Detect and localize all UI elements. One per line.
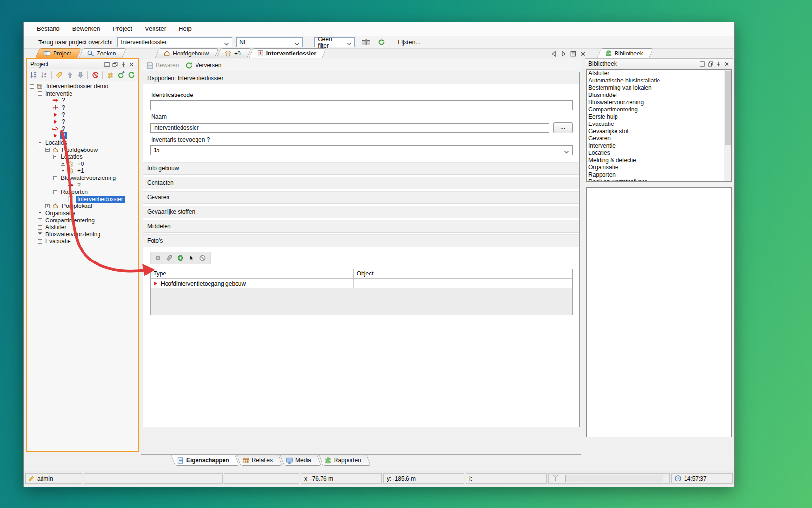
tree-item-item[interactable]: ? [29, 111, 138, 118]
tree-item-organisatie[interactable]: Organisatie [29, 210, 138, 217]
expand-toggle[interactable] [38, 239, 42, 244]
collapse-toggle[interactable] [45, 148, 50, 152]
close-icon[interactable] [127, 61, 136, 68]
tree-item-item[interactable]: ? [29, 181, 138, 189]
tree-item-rapporten[interactable]: Rapporten [29, 189, 138, 196]
browse-button[interactable]: ... [553, 122, 573, 133]
language-combobox[interactable]: NL [236, 37, 303, 47]
move-up-button[interactable] [65, 70, 74, 79]
library-item-interventie[interactable]: Interventie [587, 142, 731, 150]
tab-hoofdgebouw[interactable]: Hoofdgebouw [155, 48, 215, 58]
tree-item-item[interactable]: ? [29, 125, 138, 133]
filter-icon[interactable] [362, 39, 371, 46]
menu-item-help[interactable]: Help [172, 22, 198, 36]
tab-media[interactable]: Media [280, 455, 317, 466]
library-item-evacuatie[interactable]: Evacuatie [587, 121, 731, 128]
tree-item-item[interactable]: ? [29, 132, 138, 139]
collapse-toggle[interactable] [53, 176, 57, 180]
menu-item-bewerken[interactable]: Bewerken [66, 22, 107, 36]
library-item-rapporten[interactable]: Rapporten [587, 171, 731, 178]
tree-item-0[interactable]: +0 [29, 161, 138, 168]
expand-toggle[interactable] [61, 162, 65, 166]
expand-toggle[interactable] [61, 169, 65, 173]
library-scrollbar[interactable] [724, 70, 731, 181]
move-down-button[interactable] [76, 70, 84, 79]
tab-eigenschappen[interactable]: Eigenschappen [171, 455, 235, 466]
block-button[interactable] [91, 70, 99, 79]
inventaris-select[interactable]: Ja [150, 145, 573, 155]
block-gray-button[interactable] [199, 254, 207, 262]
library-item-melding-detectie[interactable]: Melding & detectie [587, 157, 731, 164]
tab-project[interactable]: Project [35, 48, 77, 58]
section-info-gebouw[interactable]: Info gebouw [143, 162, 579, 175]
menu-item-bestand[interactable]: Bestand [30, 22, 66, 36]
collapse-toggle[interactable] [53, 155, 57, 159]
tree-item-locaties[interactable]: Locaties [29, 139, 138, 147]
column-type[interactable]: Type [151, 269, 354, 278]
refresh-button[interactable]: Verversen [185, 62, 221, 69]
identificatiecode-input[interactable] [150, 100, 573, 110]
tab-relaties[interactable]: Relaties [237, 455, 279, 466]
cursor-button[interactable] [188, 254, 196, 262]
collapse-toggle[interactable] [53, 190, 57, 194]
float-icon[interactable] [706, 60, 714, 68]
save-button[interactable]: Bewaren [146, 62, 179, 69]
tree-item-1[interactable]: +1 [29, 167, 138, 175]
tab-scroll-left-button[interactable] [551, 51, 557, 57]
library-item-afsluiter[interactable]: Afsluiter [587, 70, 731, 77]
project-combobox[interactable]: Interventiedossier [117, 37, 232, 47]
tree-item-hoofdgebouw[interactable]: Hoofdgebouw [29, 146, 138, 153]
tree-item-bluswatervoorziening[interactable]: Bluswatervoorziening [29, 175, 138, 182]
expand-toggle[interactable] [38, 218, 42, 222]
section-gevaarlijke-stoffen[interactable]: Gevaarlijke stoffen [143, 206, 579, 218]
library-item-locaties[interactable]: Locaties [587, 150, 731, 157]
section-fotos[interactable]: Foto's [143, 234, 579, 247]
photos-empty-area[interactable] [151, 288, 572, 315]
tab-scroll-right-button[interactable] [560, 51, 567, 57]
tree-item-locaties[interactable]: Locaties [29, 153, 138, 161]
pin-icon[interactable] [714, 60, 723, 68]
add-green-button[interactable] [177, 254, 184, 262]
library-item-rook-en-warmteafvoer[interactable]: Rook en warmteafvoer [587, 178, 731, 182]
collapse-toggle[interactable] [38, 91, 42, 96]
tree-item-interventiedossier-demo[interactable]: Interventiedossier demo [29, 83, 138, 90]
tree-item-evacuatie[interactable]: Evacuatie [29, 238, 138, 245]
tab-interventiedossier[interactable]: Interventiedossier [249, 48, 322, 58]
back-to-overview-label[interactable]: Terug naar project overzicht [38, 39, 112, 46]
sort-structure-button[interactable] [29, 70, 38, 79]
library-item-automatische-blusinstallatie[interactable]: Automatische blusinstallatie [587, 77, 731, 84]
camera-button[interactable] [154, 254, 162, 262]
library-item-bluswatervoorziening[interactable]: Bluswatervoorziening [587, 99, 731, 106]
scrollbar-thumb[interactable] [725, 71, 731, 145]
collapse-toggle[interactable] [38, 141, 42, 145]
tree-item-item[interactable]: ? [29, 97, 138, 104]
maximize-icon[interactable] [698, 60, 706, 68]
expand-toggle[interactable] [38, 232, 42, 236]
library-item-gevaarlijke-stof[interactable]: Gevaarlijke stof [587, 128, 731, 135]
section-gevaren[interactable]: Gevaren [143, 191, 579, 204]
sort-alpha-button[interactable]: az [40, 70, 48, 79]
collapse-toggle[interactable] [30, 84, 34, 89]
menu-item-venster[interactable]: Venster [139, 22, 172, 36]
library-item-blusmiddel[interactable]: Blusmiddel [587, 92, 731, 99]
column-object[interactable]: Object [354, 269, 572, 278]
expand-toggle[interactable] [38, 225, 42, 230]
pin-icon[interactable] [119, 61, 127, 68]
tree-item-compartimentering[interactable]: Compartimentering [29, 217, 138, 224]
maximize-icon[interactable] [103, 61, 111, 68]
section-contacten[interactable]: Contacten [143, 177, 579, 189]
refresh-add-button[interactable] [116, 70, 125, 79]
expand-toggle[interactable] [38, 211, 42, 215]
section-middelen[interactable]: Middelen [143, 220, 579, 233]
refresh-button[interactable] [127, 70, 136, 79]
photos-table-row[interactable]: Hoofdinterventietoegang gebouw [151, 279, 572, 288]
library-item-bestemming-van-lokalen[interactable]: Bestemming van lokalen [587, 84, 731, 92]
tree-item-afsluiter[interactable]: Afsluiter [29, 224, 138, 231]
filter-combobox[interactable]: Geen filter [314, 37, 355, 47]
tree-item-item[interactable]: ? [29, 118, 138, 125]
tab-list-button[interactable] [570, 51, 576, 57]
tree-item-pomplokaal[interactable]: Pomplokaal [29, 203, 138, 210]
tab-0[interactable]: +0 [216, 48, 247, 58]
tree-item-item[interactable]: ? [29, 104, 138, 111]
library-item-organisatie[interactable]: Organisatie [587, 164, 731, 171]
